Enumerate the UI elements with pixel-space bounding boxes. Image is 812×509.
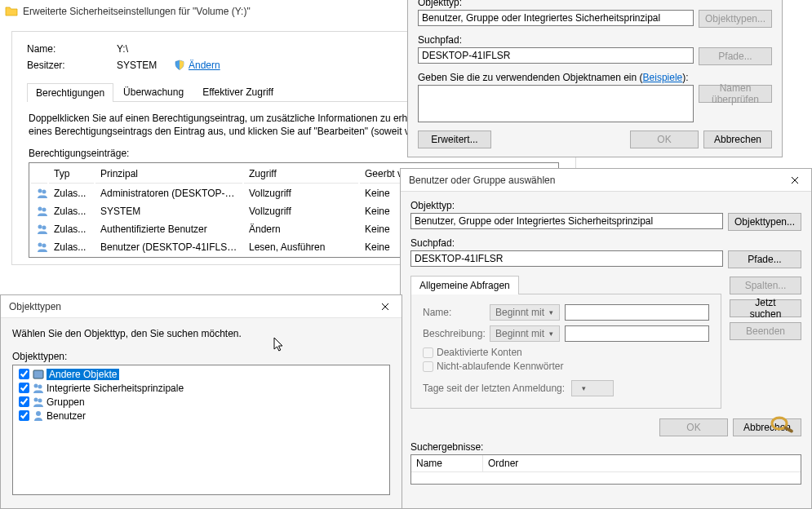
objtypes-listbox[interactable]: Andere Objekte Integrierte Sicherheitspr…: [12, 365, 390, 495]
selobj-adv-titlebar: Benutzer oder Gruppe auswählen: [401, 169, 811, 192]
check-names-button[interactable]: Namen überprüfen: [699, 85, 772, 103]
close-icon: [381, 303, 389, 311]
magnifier-icon: [769, 414, 796, 438]
folder-icon: [5, 5, 18, 18]
search-now-button[interactable]: Jetzt suchen: [730, 299, 801, 317]
owner-label: Besitzer:: [27, 60, 117, 71]
advanced-button[interactable]: Erweitert...: [418, 131, 491, 148]
svg-point-4: [38, 225, 42, 229]
results-list[interactable]: [411, 472, 801, 484]
name-value: Y:\: [117, 43, 128, 55]
names-prompt: Geben Sie die zu verwendenden Objektname…: [418, 72, 637, 83]
desc-match-combo[interactable]: Beginnt mit▾: [490, 325, 560, 342]
paths-button[interactable]: Pfade...: [699, 47, 772, 65]
close-icon: [791, 176, 799, 184]
path-label: Suchpfad:: [418, 34, 772, 46]
adv-objtype-field[interactable]: [410, 213, 723, 229]
name-match-combo[interactable]: Beginnt mit▾: [490, 304, 560, 321]
objtypes-title: Objekttypen: [6, 301, 369, 312]
cell-access: Vollzugriff: [244, 185, 358, 201]
cell-principal: SYSTEM: [95, 203, 242, 219]
object-types-button[interactable]: Objekttypen...: [699, 10, 772, 28]
svg-rect-10: [33, 370, 43, 378]
user-group-icon: [36, 241, 47, 254]
name-match-input[interactable]: [565, 304, 709, 321]
close-button[interactable]: [779, 169, 811, 192]
adv-paths-button[interactable]: Pfade...: [728, 250, 801, 268]
days-since-login-combo[interactable]: ▾: [571, 380, 614, 396]
adv-ok-button[interactable]: OK: [659, 418, 728, 436]
row-icon: [31, 239, 47, 255]
objtype-checkbox[interactable]: [19, 396, 29, 407]
query-desc-label: Beschreibung:: [423, 328, 490, 339]
objtype-checkbox[interactable]: [19, 383, 29, 393]
objtype-field[interactable]: [418, 10, 694, 26]
objtype-label: Objekttyp:: [418, 0, 772, 8]
svg-point-11: [34, 383, 38, 387]
objtype-builtin-label: Integrierte Sicherheitsprinzipale: [47, 383, 184, 394]
objtypes-close-button[interactable]: [369, 295, 402, 318]
list-item[interactable]: Gruppen: [15, 395, 388, 409]
results-col-folder[interactable]: Ordner: [483, 455, 801, 471]
cell-access: Ändern: [244, 221, 358, 237]
col-type[interactable]: Typ: [49, 165, 94, 184]
list-item[interactable]: Integrierte Sicherheitsprinzipale: [15, 381, 388, 395]
stop-button[interactable]: Beenden: [730, 322, 801, 340]
examples-link[interactable]: Beispiele: [643, 72, 683, 83]
cell-access: Lesen, Ausführen: [244, 239, 358, 255]
ok-button[interactable]: OK: [630, 131, 699, 148]
adv-path-field[interactable]: [410, 250, 723, 267]
svg-point-1: [42, 190, 47, 194]
adv-objtype-label: Objekttyp:: [410, 200, 801, 211]
svg-point-12: [38, 384, 42, 388]
path-field[interactable]: [418, 47, 694, 64]
cell-type: Zulas...: [49, 185, 94, 201]
objtype-checkbox[interactable]: [19, 410, 29, 421]
svg-point-13: [34, 397, 38, 401]
row-icon: [31, 203, 47, 219]
days-since-login-label: Tage seit der letzten Anmeldung:: [423, 383, 565, 394]
results-col-name[interactable]: Name: [411, 455, 483, 471]
col-access[interactable]: Zugriff: [244, 165, 358, 184]
shield-icon: [174, 60, 185, 71]
user-group-icon: [36, 205, 47, 218]
svg-point-5: [42, 226, 47, 230]
object-names-textarea[interactable]: [418, 85, 694, 122]
select-object-dialog-top: Objekttyp: Objekttypen... Suchpfad: Pfad…: [407, 0, 783, 157]
list-item[interactable]: Andere Objekte: [15, 367, 388, 381]
objtypes-prompt: Wählen Sie den Objekttyp, den Sie suchen…: [12, 328, 390, 339]
svg-point-7: [42, 244, 47, 248]
cell-principal: Authentifizierte Benutzer: [95, 221, 242, 237]
cancel-button[interactable]: Abbrechen: [703, 131, 772, 148]
list-item[interactable]: Benutzer: [15, 409, 388, 423]
builtin-principals-icon: [32, 382, 45, 395]
disabled-accounts-checkbox[interactable]: [423, 347, 433, 358]
user-group-icon: [36, 187, 47, 200]
cell-type: Zulas...: [49, 203, 94, 219]
svg-rect-9: [783, 426, 793, 433]
results-label: Suchergebnisse:: [410, 441, 801, 453]
disabled-accounts-label: Deaktivierte Konten: [437, 347, 522, 358]
nonexpiring-pw-label: Nicht-ablaufende Kennwörter: [437, 361, 563, 372]
objtype-checkbox[interactable]: [19, 369, 29, 379]
tab-effective[interactable]: Effektiver Zugriff: [193, 82, 282, 101]
col-principal[interactable]: Prinzipal: [95, 165, 242, 184]
objtypes-list-label: Objekttypen:: [12, 351, 390, 362]
svg-point-2: [38, 207, 42, 211]
desc-match-input[interactable]: [565, 325, 709, 342]
tab-permissions[interactable]: Berechtigungen: [27, 83, 113, 102]
svg-point-15: [36, 411, 41, 416]
change-owner-link[interactable]: Ändern: [189, 60, 220, 71]
adv-object-types-button[interactable]: Objekttypen...: [728, 213, 801, 231]
row-icon: [31, 185, 47, 201]
nonexpiring-pw-checkbox[interactable]: [423, 361, 433, 372]
tab-auditing[interactable]: Überwachung: [114, 82, 193, 101]
svg-point-6: [38, 243, 42, 247]
cell-principal: Benutzer (DESKTOP-41IFLSR\...: [95, 239, 242, 255]
owner-value: SYSTEM: [117, 60, 174, 71]
adv-path-label: Suchpfad:: [410, 237, 801, 249]
tab-common-queries[interactable]: Allgemeine Abfragen: [410, 276, 519, 294]
select-object-advanced-dialog: Benutzer oder Gruppe auswählen Objekttyp…: [400, 168, 812, 509]
svg-point-14: [38, 398, 42, 402]
columns-button[interactable]: Spalten...: [730, 277, 801, 294]
